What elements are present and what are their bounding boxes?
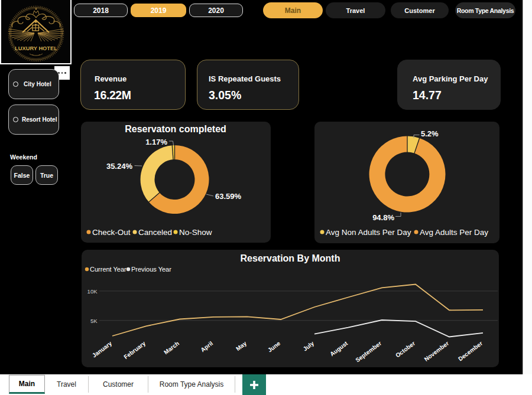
svg-text:LUXURY HOTEL: LUXURY HOTEL [15, 45, 57, 51]
